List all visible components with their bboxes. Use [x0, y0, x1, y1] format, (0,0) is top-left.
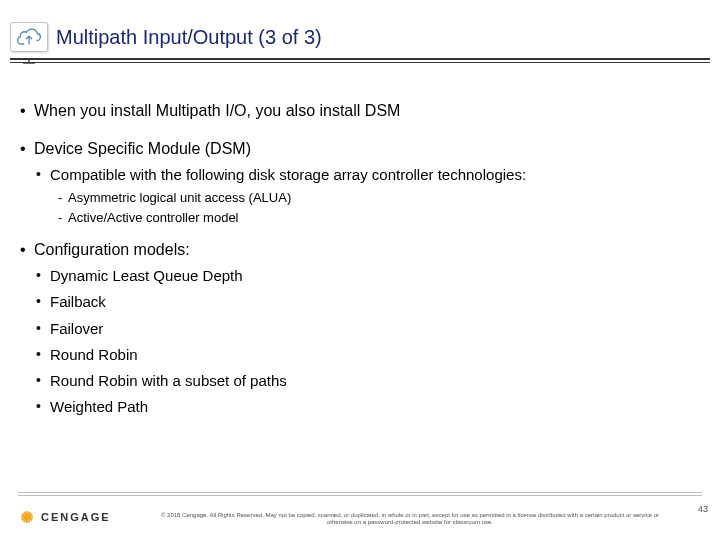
page-number: 43 — [698, 504, 708, 514]
bullet-level-2: Round Robin — [20, 345, 700, 365]
header-divider — [10, 58, 710, 63]
slide-header: Multipath Input/Output (3 of 3) — [10, 22, 710, 52]
brand-name: CENGAGE — [41, 511, 111, 523]
slide-body: When you install Multipath I/O, you also… — [20, 100, 700, 422]
bullet-level-2: Failback — [20, 292, 700, 312]
bullet-level-3: Active/Active controller model — [20, 209, 700, 227]
copyright-text: © 2018 Cengage. All Rights Reserved. May… — [150, 512, 670, 526]
cloud-icon — [10, 22, 48, 52]
bullet-level-3: Asymmetric logical unit access (ALUA) — [20, 189, 700, 207]
bullet-level-1: When you install Multipath I/O, you also… — [20, 100, 700, 122]
bullet-level-2: Failover — [20, 319, 700, 339]
bullet-level-1: Device Specific Module (DSM) — [20, 138, 700, 160]
bullet-level-1: Configuration models: — [20, 239, 700, 261]
slide-title: Multipath Input/Output (3 of 3) — [56, 26, 322, 49]
footer-divider — [18, 492, 702, 496]
bullet-level-2: Dynamic Least Queue Depth — [20, 266, 700, 286]
bullet-level-2: Round Robin with a subset of paths — [20, 371, 700, 391]
brand-logo: CENGAGE — [18, 508, 111, 526]
bullet-level-2: Compatible with the following disk stora… — [20, 165, 700, 185]
starburst-icon — [18, 508, 36, 526]
bullet-level-2: Weighted Path — [20, 397, 700, 417]
